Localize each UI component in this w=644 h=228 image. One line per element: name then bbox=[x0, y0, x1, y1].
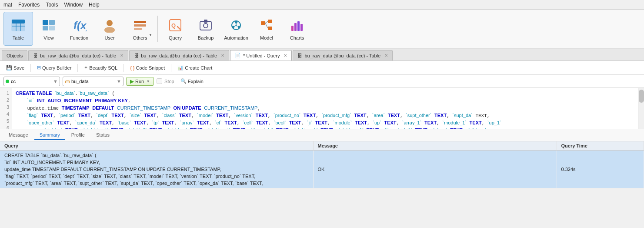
tab-bar: Objects 🗄 bu_raw_data @bu_data (cc) - Ta… bbox=[0, 49, 644, 61]
others-icon bbox=[132, 17, 148, 34]
database-dropdown-arrow: ▼ bbox=[117, 79, 121, 84]
editor-scrollbar-thumb bbox=[639, 90, 644, 103]
database-select[interactable]: 🗃 bu_data ▼ bbox=[63, 77, 123, 86]
toolbar-item-view[interactable]: View bbox=[34, 12, 63, 46]
toolbar-label-model: Model bbox=[260, 35, 273, 40]
tab-objects[interactable]: Objects bbox=[2, 50, 27, 60]
toolbar-item-others[interactable]: Others ▼ bbox=[125, 12, 155, 46]
menu-item-tools[interactable]: Tools bbox=[46, 2, 58, 8]
action-sep-2 bbox=[77, 64, 78, 72]
explain-icon: 🔍 bbox=[180, 78, 187, 84]
stop-checkbox[interactable] bbox=[157, 78, 162, 84]
code-content[interactable]: CREATE TABLE `bu_data`.`bu_raw_data` ( `… bbox=[12, 88, 638, 129]
toolbar-item-query[interactable]: Q Query bbox=[160, 12, 190, 46]
menu-item-favorites[interactable]: Favorites bbox=[18, 2, 40, 8]
connection-select[interactable]: cc ▼ bbox=[3, 77, 60, 86]
code-editor[interactable]: 1 2 3 4 5 6 CREATE TABLE `bu_data`.`bu_r… bbox=[0, 88, 644, 129]
toolbar-item-table[interactable]: Table bbox=[3, 12, 33, 46]
col-query: Query bbox=[0, 141, 313, 151]
create-chart-label: Create Chart bbox=[185, 65, 212, 70]
svg-line-25 bbox=[236, 25, 237, 27]
menu-item-help[interactable]: Help bbox=[89, 2, 100, 8]
result-table-header-row: Query Message Query Time bbox=[0, 141, 644, 151]
result-query-line1: CREATE TABLE `bu_data`.`bu_raw_data` ( bbox=[4, 152, 309, 159]
query-builder-label: Query Builder bbox=[42, 65, 71, 70]
create-chart-icon: 📊 bbox=[177, 65, 184, 70]
svg-rect-33 bbox=[294, 23, 297, 31]
svg-point-23 bbox=[232, 26, 234, 28]
svg-line-30 bbox=[265, 21, 268, 23]
result-tab-summary[interactable]: Summary bbox=[34, 131, 65, 140]
create-chart-button[interactable]: 📊 Create Chart bbox=[175, 64, 215, 71]
editor-scrollbar[interactable] bbox=[638, 88, 644, 129]
result-tab-message[interactable]: Message bbox=[3, 131, 33, 140]
tab-close-3[interactable]: ✕ bbox=[284, 53, 287, 58]
connection-status-dot bbox=[6, 80, 9, 83]
backup-icon bbox=[197, 17, 214, 34]
result-time-cell: 0.324s bbox=[557, 151, 644, 188]
beautify-icon: ✦ bbox=[84, 65, 88, 70]
toolbar-label-automation: Automation bbox=[224, 35, 248, 40]
tab-bu-raw-data-2[interactable]: 🗄 bu_raw_data @bu_data (cc) - Table ✕ bbox=[129, 50, 229, 60]
svg-rect-28 bbox=[268, 20, 272, 23]
query-builder-icon: ⊞ bbox=[37, 65, 41, 70]
svg-rect-27 bbox=[261, 21, 265, 25]
svg-line-31 bbox=[265, 23, 268, 28]
menu-item-window[interactable]: Window bbox=[64, 2, 83, 8]
result-tab-profile[interactable]: Profile bbox=[66, 131, 90, 140]
tab-bu-raw-data-1[interactable]: 🗄 bu_raw_data @bu_data (cc) - Table ✕ bbox=[28, 50, 128, 60]
toolbar-item-backup[interactable]: Backup bbox=[191, 12, 220, 46]
svg-point-22 bbox=[238, 26, 240, 28]
svg-rect-29 bbox=[268, 27, 272, 30]
action-bar: 💾 Save ⊞ Query Builder ✦ Beautify SQL { … bbox=[0, 61, 644, 75]
tab-untitled-query[interactable]: 📄 * Untitled - Query ✕ bbox=[230, 50, 292, 60]
tab-close-1[interactable]: ✕ bbox=[120, 53, 123, 58]
result-query-line3: update_time TIMESTAMP DEFAULT CURRENT_TI… bbox=[4, 166, 309, 173]
svg-rect-5 bbox=[43, 20, 48, 25]
toolbar-item-model[interactable]: Model bbox=[252, 12, 281, 46]
query-builder-button[interactable]: ⊞ Query Builder bbox=[34, 64, 74, 71]
tab-close-4[interactable]: ✕ bbox=[384, 53, 388, 58]
beautify-button[interactable]: ✦ Beautify SQL bbox=[81, 64, 120, 71]
table-icon bbox=[10, 17, 27, 34]
toolbar-item-charts[interactable]: Charts bbox=[282, 12, 312, 46]
run-label: Run bbox=[135, 79, 144, 84]
svg-text:Q: Q bbox=[171, 22, 176, 29]
svg-point-21 bbox=[235, 21, 237, 23]
database-icon: 🗃 bbox=[65, 79, 70, 84]
menu-bar: mat Favorites Tools Window Help bbox=[0, 0, 644, 10]
toolbar-item-automation[interactable]: Automation bbox=[221, 12, 251, 46]
run-button[interactable]: ▶ Run ▼ bbox=[126, 77, 154, 86]
run-play-icon: ▶ bbox=[130, 78, 134, 84]
others-dropdown-arrow: ▼ bbox=[149, 33, 152, 37]
tab-bu-raw-data-3-label: bu_raw_data @bu_data (cc) - Table bbox=[304, 53, 380, 58]
toolbar-label-others: Others bbox=[133, 35, 147, 40]
menu-item-mat[interactable]: mat bbox=[3, 2, 12, 8]
explain-label: Explain bbox=[188, 79, 204, 84]
table-tab-icon-2: 🗄 bbox=[134, 53, 139, 58]
svg-rect-14 bbox=[134, 28, 142, 30]
table-row[interactable]: CREATE TABLE `bu_data`.`bu_raw_data` ( `… bbox=[0, 151, 644, 188]
action-sep-4 bbox=[171, 64, 171, 72]
connection-dropdown-arrow: ▼ bbox=[53, 79, 58, 84]
svg-rect-7 bbox=[43, 26, 48, 30]
toolbar-label-query: Query bbox=[169, 35, 182, 40]
toolbar-item-user[interactable]: User bbox=[95, 12, 124, 46]
tab-close-2[interactable]: ✕ bbox=[221, 53, 224, 58]
explain-button[interactable]: 🔍 Explain bbox=[177, 77, 207, 85]
svg-text:f(x): f(x) bbox=[73, 20, 87, 31]
tab-bu-raw-data-2-label: bu_raw_data @bu_data (cc) - Table bbox=[141, 53, 217, 58]
save-icon: 💾 bbox=[6, 65, 12, 70]
query-icon: Q bbox=[167, 17, 184, 34]
tab-bu-raw-data-3[interactable]: 🗄 bu_raw_data @bu_data (cc) - Table ✕ bbox=[293, 50, 393, 60]
result-tab-status[interactable]: Status bbox=[91, 131, 115, 140]
stop-label: Stop bbox=[164, 79, 174, 84]
code-snippet-label: Code Snippet bbox=[136, 65, 165, 70]
code-snippet-button[interactable]: { } Code Snippet bbox=[127, 64, 167, 71]
automation-icon bbox=[228, 17, 244, 34]
toolbar-item-function[interactable]: f(x) Function bbox=[64, 12, 94, 46]
svg-rect-32 bbox=[291, 26, 294, 31]
save-button[interactable]: 💾 Save bbox=[3, 64, 27, 71]
toolbar-label-view: View bbox=[43, 35, 54, 40]
svg-point-10 bbox=[107, 20, 113, 26]
